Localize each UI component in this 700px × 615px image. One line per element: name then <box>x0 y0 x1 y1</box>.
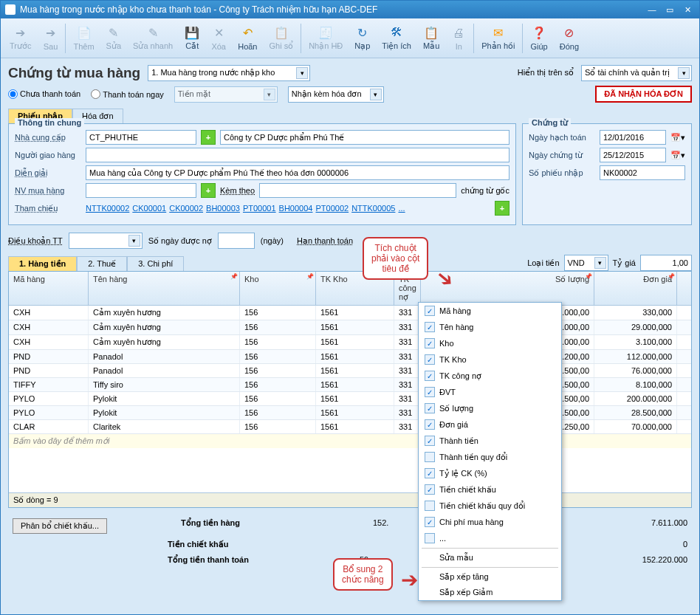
ref-link[interactable]: BH00003 <box>206 204 240 213</box>
days-input[interactable] <box>218 233 255 249</box>
menu-item-column-toggle[interactable]: ✓Mã hàng <box>419 303 561 319</box>
arrow-right-icon: ➔ <box>43 26 58 41</box>
ref-link[interactable]: PT00001 <box>243 204 276 213</box>
ref-links: NTTK00002CK00001CK00002BH00003PT00001BH0… <box>86 204 405 213</box>
table-row[interactable]: PNDPanadol1561561331.200,00112.000,000 <box>9 350 691 364</box>
table-row[interactable]: CXHCảm xuyên hương1561561331.000,00330,0… <box>9 306 691 320</box>
menu-item-column-toggle[interactable]: ✓Số lượng <box>419 400 561 416</box>
undo-button[interactable]: ↶Hoãn <box>232 24 263 52</box>
save-button[interactable]: 💾Cắt <box>179 24 205 52</box>
doc-date-input[interactable]: 25/12/2015 <box>600 148 666 162</box>
unpaid-radio[interactable]: Chưa thanh toán <box>8 89 80 99</box>
table-row[interactable]: CLARClaritek1561561331.250,0070.000,000 <box>9 420 691 434</box>
menu-item-column-toggle[interactable]: ✓Kho <box>419 335 561 351</box>
desc-input[interactable]: Mua hàng của Công ty CP Dược phẩm Phú Th… <box>86 165 509 180</box>
menu-item-column-toggle[interactable]: ✓Đơn giá <box>419 416 561 433</box>
menu-item-column-toggle[interactable]: Tiền chiết khấu quy đổi <box>419 498 561 514</box>
menu-item-column-toggle[interactable]: ✓Tiền chiết khấu <box>419 481 561 498</box>
add-buyer-button[interactable]: + <box>201 183 216 198</box>
discount-total: 0 <box>577 540 687 549</box>
table-row[interactable]: TIFFYTiffy siro1561561331.500,008.100,00… <box>9 378 691 392</box>
calendar-icon[interactable]: 📅▾ <box>670 133 685 142</box>
table-row[interactable]: CXHCảm xuyên hương1561561331.000,0029.00… <box>9 320 691 335</box>
maximize-button[interactable]: ▭ <box>662 4 677 16</box>
doc-no-input[interactable]: NK00002 <box>600 165 685 180</box>
menu-item-column-toggle[interactable]: ... <box>419 530 561 546</box>
deliverer-input[interactable] <box>86 148 509 162</box>
ref-link[interactable]: CK00002 <box>169 204 203 213</box>
minimize-button[interactable]: — <box>645 4 659 16</box>
add-supplier-button[interactable]: + <box>201 130 216 145</box>
quickedit-button[interactable]: ✎Sửa nhanh <box>127 24 179 52</box>
add-button[interactable]: 📄Thêm <box>67 24 100 52</box>
table-row[interactable]: PYLOPylokit1561561331.500,0028.500,000 <box>9 406 691 420</box>
add-row-hint[interactable]: Bấm vào đây để thêm mới <box>9 434 691 448</box>
col-code[interactable]: Mã hàng <box>9 272 89 305</box>
ref-link[interactable]: ... <box>398 204 405 213</box>
book-display-combo[interactable]: Sổ tài chính và quản trị▾ <box>581 65 692 81</box>
invoice-receive-combo[interactable]: Nhận kèm hóa đơn▾ <box>288 86 384 103</box>
table-row[interactable]: CXHCảm xuyên hương1561561331.000,003.100… <box>9 335 691 350</box>
supplier-name-input[interactable]: Công ty CP Dược phẩm Phú Thế <box>220 130 509 145</box>
menu-item-column-toggle[interactable]: ✓TK công nợ <box>419 368 561 384</box>
ref-link[interactable]: CK00001 <box>132 204 166 213</box>
tab-cost[interactable]: 3. Chi phí <box>127 256 184 271</box>
titlebar: Mua hàng trong nước nhập kho chưa thanh … <box>1 1 699 18</box>
received-invoice-button[interactable]: ĐÃ NHẬN HÓA ĐƠN <box>595 86 692 103</box>
menu-item-edit-template[interactable]: Sửa mẫu <box>419 550 561 566</box>
close-tab-button[interactable]: ⊘Đóng <box>554 24 585 52</box>
menu-item-column-toggle[interactable]: ✓Tên hàng <box>419 319 561 335</box>
buyer-input[interactable] <box>86 183 196 198</box>
help-button[interactable]: ❓Giúp <box>524 24 553 52</box>
delete-button[interactable]: ✕Xóa <box>205 24 232 52</box>
menu-item-column-toggle[interactable]: ✓TK Kho <box>419 351 561 368</box>
load-button[interactable]: ↻Nạp <box>349 24 376 52</box>
nav-after-button[interactable]: ➔Sau <box>37 24 64 52</box>
terms-combo[interactable]: ▾ <box>69 233 143 249</box>
attach-input[interactable] <box>259 183 456 198</box>
feedback-button[interactable]: ✉Phản hồi <box>476 24 521 52</box>
edit-button[interactable]: ✎Sửa <box>100 24 127 52</box>
post-button[interactable]: 📋Ghi sổ <box>263 24 299 52</box>
currency-combo[interactable]: VND▾ <box>564 255 608 271</box>
ref-label: Tham chiếu <box>15 204 81 213</box>
alloc-discount-button[interactable]: Phân bổ chiết khấu... <box>13 518 107 534</box>
supplier-code-input[interactable]: CT_PHUTHE <box>86 130 196 145</box>
menu-item-column-toggle[interactable]: ✓Chi phí mua hàng <box>419 514 561 530</box>
ref-link[interactable]: NTTK00002 <box>86 204 129 213</box>
col-warehouse[interactable]: Kho📌 <box>240 272 316 305</box>
col-name[interactable]: Tên hàng📌 <box>89 272 240 305</box>
checkbox-icon: ✓ <box>425 484 435 495</box>
ref-link[interactable]: PT00002 <box>315 204 349 213</box>
ref-link[interactable]: BH00004 <box>279 204 313 213</box>
rate-input[interactable]: 1,00 <box>640 255 692 271</box>
recv-invoice-button[interactable]: 🧾Nhận HĐ <box>303 24 349 52</box>
menu-item-sort-desc[interactable]: Sắp xếp Giảm <box>419 585 561 600</box>
menu-item-column-toggle[interactable]: ✓Thành tiền <box>419 433 561 449</box>
payment-method-combo[interactable]: Tiền mặt▾ <box>174 86 278 103</box>
voucher-type-combo[interactable]: 1. Mua hàng trong nước nhập kho▾ <box>148 65 310 81</box>
tab-money[interactable]: 1. Hàng tiền <box>8 256 77 271</box>
util-button[interactable]: 🛠Tiện ích <box>376 24 417 52</box>
add-ref-button[interactable]: + <box>495 201 509 216</box>
template-button[interactable]: 📋Mẫu <box>417 24 445 52</box>
template-icon: 📋 <box>424 25 439 40</box>
grand-total: 152.220.000 <box>577 555 687 565</box>
acc-date-input[interactable]: 12/01/2016 <box>600 130 666 145</box>
menu-item-column-toggle[interactable]: ✓ĐVT <box>419 384 561 400</box>
tab-tax[interactable]: 2. Thuế <box>77 256 127 271</box>
table-row[interactable]: PNDPanadol1561561331.500,0076.000,000 <box>9 364 691 378</box>
menu-item-column-toggle[interactable]: ✓Tỷ lệ CK (%) <box>419 465 561 481</box>
ref-link[interactable]: NTTK00005 <box>351 204 395 213</box>
nav-before-button[interactable]: ➔Trước <box>4 24 37 52</box>
print-button[interactable]: 🖨In <box>445 24 472 52</box>
close-button[interactable]: ✕ <box>680 4 695 16</box>
col-price[interactable]: Đơn giá📌 <box>594 272 677 305</box>
calendar-icon[interactable]: 📅▾ <box>670 151 685 160</box>
chevron-down-icon: ▾ <box>594 257 606 269</box>
table-row[interactable]: PYLOPylokit1561561331.500,00200.000,000 <box>9 392 691 406</box>
paidnow-radio[interactable]: Thanh toán ngay <box>91 89 164 99</box>
menu-item-sort-asc[interactable]: Sắp xếp tăng <box>419 569 561 585</box>
post-icon: 📋 <box>274 25 289 40</box>
menu-item-column-toggle[interactable]: Thành tiền quy đổi <box>419 449 561 465</box>
